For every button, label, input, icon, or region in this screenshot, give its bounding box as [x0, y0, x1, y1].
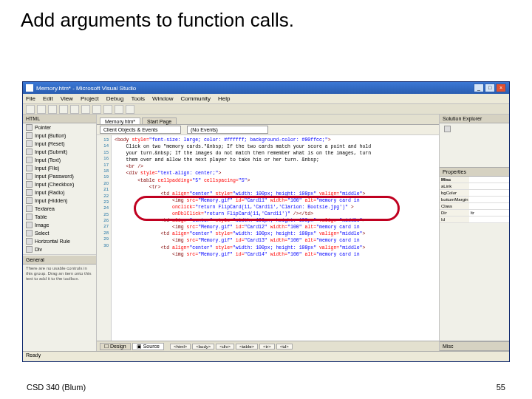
footer-right: 55 [497, 383, 505, 392]
prop-value[interactable] [469, 183, 509, 189]
radio-icon [26, 189, 33, 196]
toolbox-item[interactable]: Input (Button) [35, 133, 66, 138]
file-icon [26, 165, 33, 171]
tab-start-page[interactable]: Start Page [142, 117, 177, 124]
close-button[interactable]: × [496, 83, 506, 92]
events-dropdown[interactable]: (No Events) [187, 126, 268, 134]
breadcrumb[interactable]: <tr> [259, 344, 275, 349]
toolbar [23, 104, 509, 115]
button-icon [26, 132, 33, 139]
code-editor[interactable]: <body style="font-size: large; color: #f… [112, 135, 439, 341]
toolbox-header-general[interactable]: General [23, 256, 96, 265]
menu-project[interactable]: Project [81, 95, 99, 102]
statusbar: Ready [23, 351, 509, 361]
reset-icon [26, 140, 33, 147]
menu-debug[interactable]: Debug [106, 95, 124, 102]
prop-value[interactable] [469, 216, 509, 222]
app-icon [26, 84, 33, 92]
toolbar-button[interactable] [48, 105, 57, 114]
minimize-button[interactable]: _ [474, 83, 484, 92]
prop-description: Misc [440, 341, 509, 351]
toolbar-button[interactable] [103, 105, 112, 114]
window-controls: _ □ × [474, 83, 506, 92]
prop-value[interactable] [469, 203, 509, 209]
toolbox-item[interactable]: Select [35, 231, 49, 236]
toolbar-button[interactable] [37, 105, 46, 114]
toolbox-item[interactable]: Input (Submit) [35, 149, 67, 154]
submit-icon [26, 149, 33, 155]
menu-tools[interactable]: Tools [131, 95, 145, 102]
menu-file[interactable]: File [26, 95, 35, 102]
toolbar-button[interactable] [126, 105, 134, 114]
breadcrumb[interactable]: <html> [170, 344, 191, 349]
code-area: 131415161718192021222324252627282930 <bo… [97, 135, 439, 341]
toolbox-item[interactable]: Table [35, 214, 47, 219]
breadcrumb[interactable]: <div> [216, 344, 234, 349]
design-tab[interactable]: ☐ Design [100, 343, 131, 350]
workspace: HTML Pointer Input (Button) Input (Reset… [23, 115, 509, 351]
toolbox-header-html[interactable]: HTML [23, 115, 96, 123]
right-panels: Solution Explorer Properties Misc aLink … [439, 115, 509, 351]
toolbar-button[interactable] [115, 105, 123, 114]
text-icon [26, 157, 33, 163]
folder-icon [444, 126, 451, 132]
menu-window[interactable]: Window [152, 95, 173, 102]
visual-studio-window: Memory.htm* - Microsoft Visual Studio _ … [22, 81, 510, 362]
object-event-bar: Client Objects & Events (No Events) [97, 125, 439, 135]
view-tabs: ☐ Design ▣ Source <html> <body> <div> <t… [97, 341, 439, 351]
toolbar-button[interactable] [92, 105, 101, 114]
toolbox-item[interactable]: Input (Hidden) [35, 198, 67, 203]
breadcrumb[interactable]: <table> [236, 344, 258, 349]
prop-value[interactable] [469, 190, 509, 196]
editor-panel: Memory.htm* Start Page Client Objects & … [97, 115, 439, 351]
toolbox-item[interactable]: Div [35, 247, 42, 252]
toolbox-item[interactable]: Input (Text) [35, 157, 61, 163]
toolbox-item[interactable]: Input (Reset) [35, 141, 64, 146]
menu-edit[interactable]: Edit [43, 95, 53, 102]
select-icon [26, 230, 33, 236]
image-icon [26, 222, 33, 228]
menu-view[interactable]: View [61, 95, 73, 102]
toolbox-item[interactable]: Input (Checkbox) [35, 182, 74, 187]
toolbar-button[interactable] [81, 105, 90, 114]
prop-key: Dir [440, 210, 469, 216]
prop-key: aLink [440, 183, 469, 189]
hidden-icon [26, 197, 33, 204]
menubar: File Edit View Project Debug Tools Windo… [23, 94, 509, 104]
breadcrumb[interactable]: <td> [276, 344, 293, 349]
prop-value[interactable] [469, 197, 509, 202]
prop-key: Id [440, 216, 469, 222]
footer-left: CSD 340 (Blum) [27, 383, 86, 392]
window-title: Memory.htm* - Microsoft Visual Studio [36, 85, 474, 92]
toolbar-button[interactable] [70, 105, 79, 114]
toolbox-item[interactable]: Input (Password) [35, 174, 74, 179]
titlebar: Memory.htm* - Microsoft Visual Studio _ … [23, 82, 509, 94]
prop-value[interactable]: ltr [469, 210, 509, 216]
toolbox-item[interactable]: Pointer [35, 125, 51, 130]
toolbar-button[interactable] [26, 105, 35, 114]
solution-explorer-header[interactable]: Solution Explorer [440, 115, 509, 123]
checkbox-icon [26, 181, 33, 188]
textarea-icon [26, 205, 33, 212]
prop-key: Class [440, 203, 469, 209]
toolbox-panel: HTML Pointer Input (Button) Input (Reset… [23, 115, 97, 351]
tab-memory-htm[interactable]: Memory.htm* [100, 117, 140, 124]
toolbox-item[interactable]: Input (Radio) [35, 190, 64, 195]
menu-community[interactable]: Community [181, 95, 211, 102]
prop-key: bottomMargin [440, 197, 469, 202]
breadcrumb[interactable]: <body> [192, 344, 214, 349]
toolbox-item[interactable]: Textarea [35, 206, 55, 211]
maximize-button[interactable]: □ [485, 83, 495, 92]
menu-help[interactable]: Help [218, 95, 230, 102]
slide-title: Add arguments to function calls. [0, 0, 532, 35]
prop-key: bgColor [440, 190, 469, 196]
table-icon [26, 214, 33, 220]
toolbox-item[interactable]: Horizontal Rule [35, 239, 70, 244]
source-tab[interactable]: ▣ Source [132, 343, 164, 350]
objects-dropdown[interactable]: Client Objects & Events [100, 126, 181, 134]
toolbox-item[interactable]: Input (File) [35, 166, 59, 171]
properties-header[interactable]: Properties [440, 168, 509, 177]
toolbar-button[interactable] [59, 105, 68, 114]
document-tabs: Memory.htm* Start Page [97, 115, 439, 125]
toolbox-item[interactable]: Image [35, 222, 49, 228]
